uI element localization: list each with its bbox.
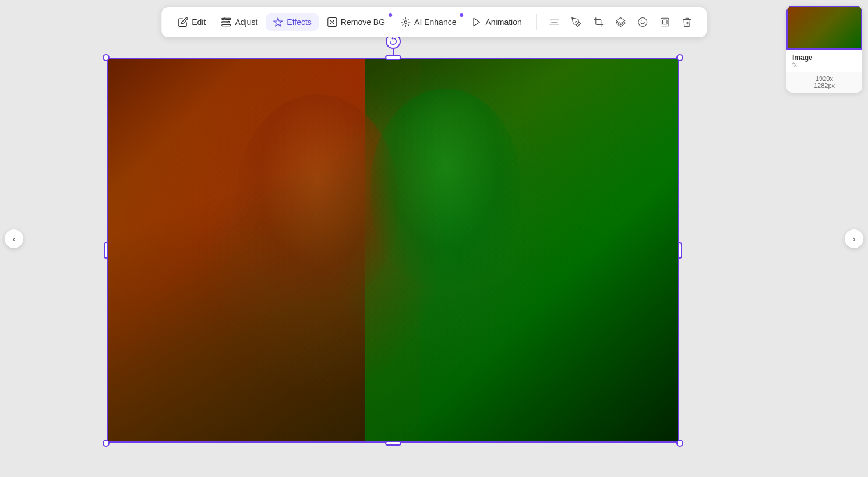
rotate-icon-svg [388, 36, 398, 47]
ai-enhance-icon-svg [400, 17, 411, 27]
toolbar-icon-buttons [544, 12, 697, 33]
handle-top-left[interactable] [103, 54, 110, 61]
svg-rect-17 [662, 20, 667, 24]
handle-bottom-mid[interactable] [385, 441, 401, 446]
ai-enhance-button[interactable]: AI Enhance [393, 13, 463, 31]
svg-point-3 [228, 22, 230, 23]
svg-rect-1 [222, 22, 228, 23]
rotate-handle[interactable] [386, 34, 401, 57]
svg-marker-12 [616, 18, 624, 24]
duotone-image [108, 59, 678, 441]
ai-enhance-wrapper: AI Enhance [393, 13, 463, 31]
image-canvas [107, 58, 679, 443]
crop-icon [593, 17, 604, 27]
delete-button[interactable] [676, 12, 697, 33]
edit-icon [178, 17, 188, 27]
delete-icon [682, 17, 692, 27]
adjust-label: Adjust [235, 17, 257, 27]
frame-button[interactable] [654, 12, 675, 33]
svg-rect-2 [222, 25, 231, 26]
image-container[interactable] [107, 58, 679, 443]
edit-button[interactable]: Edit [171, 13, 213, 31]
animation-icon [471, 17, 482, 27]
handle-bottom-right[interactable] [676, 440, 683, 447]
toolbar-divider [536, 14, 537, 30]
remove-bg-button[interactable]: Remove BG [320, 13, 392, 31]
remove-bg-label: Remove BG [341, 17, 385, 27]
handle-top-mid[interactable] [385, 55, 401, 60]
mask-button[interactable] [632, 12, 653, 33]
canvas-area: Edit Adjust [0, 0, 868, 477]
frame-icon [659, 17, 670, 27]
handle-right-mid[interactable] [678, 242, 682, 259]
align-button[interactable] [544, 12, 564, 33]
effects-icon [273, 17, 283, 27]
mask-icon [637, 17, 648, 27]
blend-overlay [108, 59, 678, 441]
thumbnail-selected-border [786, 6, 862, 50]
nav-arrow-left[interactable]: ‹ [5, 229, 23, 248]
animation-button[interactable]: Animation [464, 13, 528, 31]
panel-info: Image fx [786, 50, 862, 72]
animation-icon-svg [471, 17, 482, 27]
remove-bg-wrapper: Remove BG [320, 13, 392, 31]
edit-label: Edit [192, 17, 206, 27]
ai-enhance-badge [458, 12, 464, 18]
align-icon [549, 17, 559, 27]
panel-thumbnail[interactable] [786, 6, 862, 50]
handle-bottom-left[interactable] [103, 440, 110, 447]
edit-icon-svg [178, 17, 188, 27]
animation-label: Animation [485, 17, 521, 27]
adjust-icon [221, 17, 231, 27]
adjust-button[interactable]: Adjust [214, 13, 264, 31]
panel-dimensions: 1920x1282px [786, 72, 862, 93]
crop-button[interactable] [588, 12, 609, 33]
handle-left-mid[interactable] [104, 242, 108, 259]
panel-subtitle: fx [792, 62, 856, 68]
remove-bg-icon-svg [327, 17, 337, 27]
svg-point-11 [575, 22, 577, 23]
layers-button[interactable] [610, 12, 631, 33]
left-arrow-icon: ‹ [13, 234, 16, 243]
nav-arrow-right[interactable]: › [845, 229, 863, 248]
draw-button[interactable] [566, 12, 587, 33]
draw-icon [571, 17, 581, 27]
panel-dimensions-text: 1920x1282px [792, 75, 856, 89]
effects-label: Effects [287, 17, 312, 27]
remove-bg-badge [387, 12, 393, 18]
svg-rect-0 [222, 18, 231, 19]
right-panel: Image fx 1920x1282px [786, 6, 862, 93]
svg-point-6 [404, 21, 407, 24]
handle-top-right[interactable] [676, 54, 683, 61]
toolbar-main-buttons: Edit Adjust [171, 13, 529, 31]
adjust-icon-svg [221, 17, 231, 27]
svg-marker-7 [474, 18, 480, 26]
toolbar: Edit Adjust [161, 7, 707, 37]
panel-title: Image [792, 54, 856, 62]
svg-rect-16 [661, 18, 669, 26]
svg-point-13 [638, 18, 647, 27]
svg-point-4 [224, 18, 225, 20]
remove-bg-icon [327, 17, 337, 27]
layers-icon [615, 17, 626, 27]
ai-enhance-label: AI Enhance [414, 17, 456, 27]
ai-enhance-icon [400, 17, 411, 27]
effects-button[interactable]: Effects [266, 13, 319, 31]
right-arrow-icon: › [853, 234, 856, 243]
effects-icon-svg [273, 17, 283, 27]
